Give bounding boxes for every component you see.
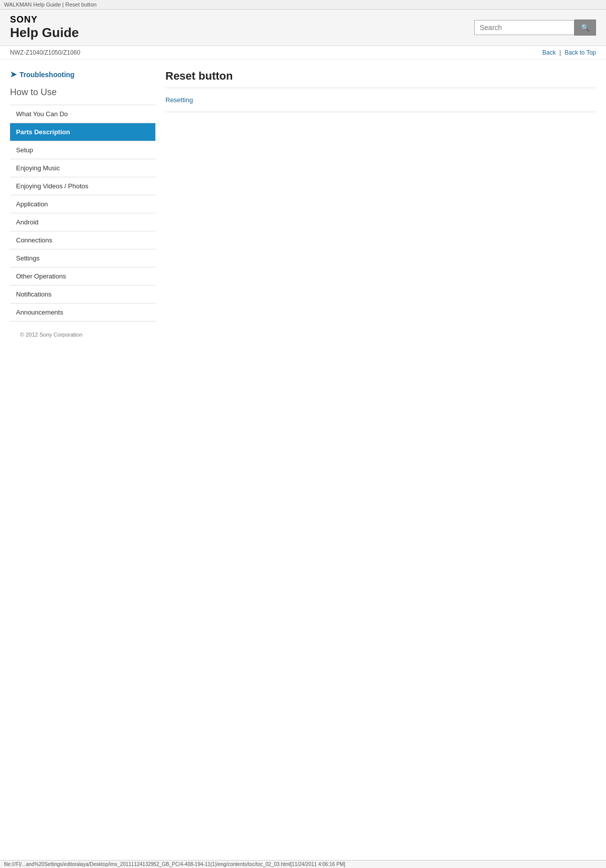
sidebar-item-parts-description[interactable]: Parts Description (10, 123, 155, 141)
device-model: NWZ-Z1040/Z1050/Z1060 (10, 49, 80, 56)
browser-title-bar: WALKMAN Help Guide | Reset button (0, 0, 606, 10)
nav-bar: NWZ-Z1040/Z1050/Z1060 Back | Back to Top (0, 46, 606, 60)
main-layout: ➤ Troubleshooting How to Use What You Ca… (0, 60, 606, 353)
footer-copyright: © 2012 Sony Corporation (10, 322, 155, 348)
content-links: Resetting (165, 96, 596, 112)
back-link[interactable]: Back (542, 49, 556, 56)
sidebar-item-connections[interactable]: Connections (10, 231, 155, 249)
sidebar-item-link[interactable]: Other Operations (10, 267, 155, 285)
sidebar-item-link[interactable]: Setup (10, 141, 155, 159)
separator: | (559, 49, 561, 56)
sidebar-item-enjoying-music[interactable]: Enjoying Music (10, 159, 155, 177)
troubleshooting-link[interactable]: ➤ Troubleshooting (10, 70, 155, 79)
sidebar-item-other-operations[interactable]: Other Operations (10, 267, 155, 285)
search-button[interactable]: 🔍 (574, 20, 596, 36)
sidebar-item-enjoying-videos-photos[interactable]: Enjoying Videos / Photos (10, 177, 155, 195)
sidebar-item-link[interactable]: Announcements (10, 304, 155, 321)
sidebar-item-application[interactable]: Application (10, 195, 155, 213)
troubleshooting-label: Troubleshooting (20, 71, 75, 79)
nav-links: Back | Back to Top (542, 49, 596, 56)
sidebar-item-link[interactable]: Notifications (10, 285, 155, 303)
header-branding: SONY Help Guide (10, 15, 79, 41)
search-container: 🔍 (474, 20, 596, 36)
sidebar-item-android[interactable]: Android (10, 213, 155, 231)
main-content: Reset button Resetting (165, 65, 596, 348)
sidebar-item-link[interactable]: Enjoying Music (10, 159, 155, 177)
arrow-icon: ➤ (10, 70, 17, 79)
sidebar-item-link[interactable]: Android (10, 213, 155, 231)
sidebar-nav: What You Can Do Parts Description Setup … (10, 105, 155, 322)
guide-title: Help Guide (10, 25, 79, 41)
search-input[interactable] (474, 20, 574, 35)
sidebar-item-link[interactable]: Settings (10, 249, 155, 267)
page-header: SONY Help Guide 🔍 (0, 10, 606, 46)
sidebar-item-active-label: Parts Description (10, 123, 155, 141)
sidebar-item-settings[interactable]: Settings (10, 249, 155, 267)
sidebar-item-link[interactable]: Connections (10, 231, 155, 249)
sidebar: ➤ Troubleshooting How to Use What You Ca… (10, 65, 155, 348)
sony-brand: SONY (10, 15, 79, 25)
sidebar-item-announcements[interactable]: Announcements (10, 303, 155, 322)
sidebar-item-what-you-can-do[interactable]: What You Can Do (10, 105, 155, 123)
back-to-top-link[interactable]: Back to Top (565, 49, 596, 56)
resetting-link[interactable]: Resetting (165, 96, 193, 104)
sidebar-item-link[interactable]: Application (10, 195, 155, 213)
sidebar-item-link[interactable]: Enjoying Videos / Photos (10, 177, 155, 195)
browser-title-text: WALKMAN Help Guide | Reset button (4, 2, 97, 8)
copyright-text: © 2012 Sony Corporation (20, 332, 82, 338)
sidebar-item-link[interactable]: What You Can Do (10, 105, 155, 123)
how-to-use-header: How to Use (10, 87, 155, 101)
sidebar-item-notifications[interactable]: Notifications (10, 285, 155, 303)
sidebar-item-setup[interactable]: Setup (10, 141, 155, 159)
page-title: Reset button (165, 70, 596, 88)
search-icon: 🔍 (581, 24, 589, 32)
